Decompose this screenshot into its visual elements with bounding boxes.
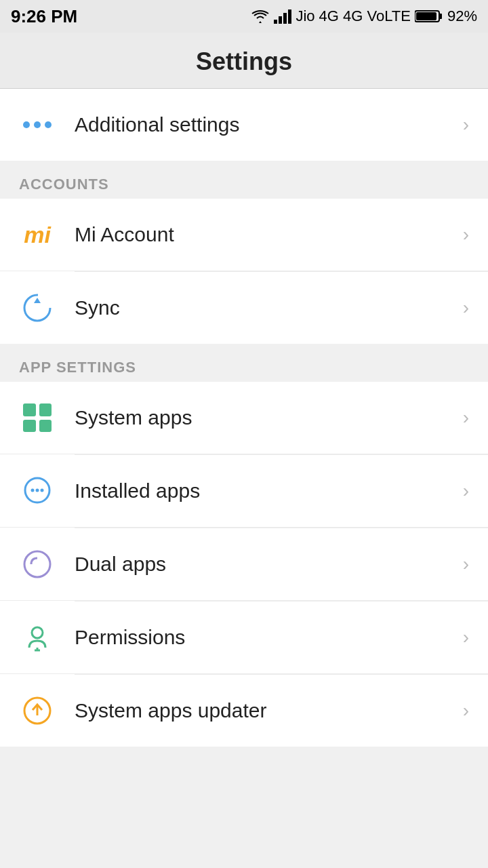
mi-account-item[interactable]: mi Mi Account › (0, 199, 488, 271)
battery-icon (415, 9, 443, 24)
dual-apps-label: Dual apps (75, 553, 463, 576)
sync-item[interactable]: Sync › (0, 272, 488, 344)
app-settings-section-header: APP SETTINGS (0, 344, 488, 382)
system-apps-updater-icon (22, 695, 53, 726)
svg-point-14 (32, 627, 43, 638)
system-apps-chevron: › (463, 407, 469, 429)
system-apps-updater-icon-wrap (19, 692, 56, 729)
mi-account-chevron: › (463, 224, 469, 245)
additional-settings-item[interactable]: Additional settings › (0, 89, 488, 161)
app-settings-section-label: APP SETTINGS (19, 359, 136, 376)
permissions-chevron: › (463, 627, 469, 648)
installed-apps-icon-wrap (19, 473, 56, 509)
system-apps-updater-chevron: › (463, 700, 469, 722)
installed-apps-icon (22, 475, 53, 507)
permissions-icon (22, 622, 53, 653)
dual-apps-chevron: › (463, 553, 469, 575)
sync-chevron: › (463, 297, 469, 319)
permissions-icon-wrap (19, 619, 56, 656)
svg-marker-8 (34, 298, 41, 303)
accounts-group: mi Mi Account › Sync › (0, 199, 488, 344)
additional-settings-label: Additional settings (75, 113, 463, 136)
status-right: Jio 4G 4G VoLTE 92% (251, 7, 477, 25)
svg-point-10 (31, 489, 35, 492)
system-apps-item[interactable]: System apps › (0, 382, 488, 454)
system-apps-updater-item[interactable]: System apps updater › (0, 675, 488, 747)
svg-rect-3 (288, 9, 291, 24)
system-apps-icon-wrap (19, 399, 56, 436)
wifi-icon (251, 9, 270, 24)
mi-account-label: Mi Account (75, 223, 463, 246)
installed-apps-label: Installed apps (75, 479, 463, 502)
page-title-bar: Settings (0, 33, 488, 89)
svg-rect-5 (439, 14, 442, 19)
system-apps-updater-label: System apps updater (75, 699, 463, 722)
svg-point-11 (36, 489, 39, 492)
battery-text: 92% (447, 7, 477, 25)
mi-account-icon-wrap: mi (19, 216, 56, 253)
status-time: 9:26 PM (11, 6, 77, 27)
sync-label: Sync (75, 296, 463, 319)
dual-apps-item[interactable]: Dual apps › (0, 528, 488, 601)
additional-settings-icon (19, 106, 56, 143)
dual-apps-icon-wrap (19, 546, 56, 583)
page-title: Settings (196, 47, 292, 75)
additional-settings-chevron: › (463, 114, 469, 136)
status-bar: 9:26 PM Jio 4G 4G VoLTE 92% (0, 0, 488, 33)
carrier-text: Jio 4G 4G VoLTE (296, 7, 411, 25)
svg-rect-2 (283, 13, 287, 24)
accounts-section-header: ACCOUNTS (0, 161, 488, 199)
system-apps-grid-icon (23, 403, 52, 432)
mi-logo-icon: mi (22, 222, 53, 248)
installed-apps-item[interactable]: Installed apps › (0, 455, 488, 528)
permissions-label: Permissions (75, 626, 463, 649)
svg-rect-0 (274, 20, 277, 24)
permissions-item[interactable]: Permissions › (0, 601, 488, 674)
dots-icon (23, 121, 52, 128)
svg-point-12 (41, 489, 44, 492)
svg-point-13 (24, 551, 50, 577)
svg-rect-1 (279, 16, 282, 24)
signal-icon (274, 9, 291, 24)
svg-rect-6 (416, 12, 436, 20)
dual-apps-icon (22, 549, 53, 580)
app-settings-group: System apps › Installed apps › Dual apps… (0, 382, 488, 747)
sync-icon (22, 292, 53, 323)
sync-icon-wrap (19, 290, 56, 326)
system-apps-label: System apps (75, 406, 463, 429)
accounts-section-label: ACCOUNTS (19, 176, 109, 193)
installed-apps-chevron: › (463, 480, 469, 502)
